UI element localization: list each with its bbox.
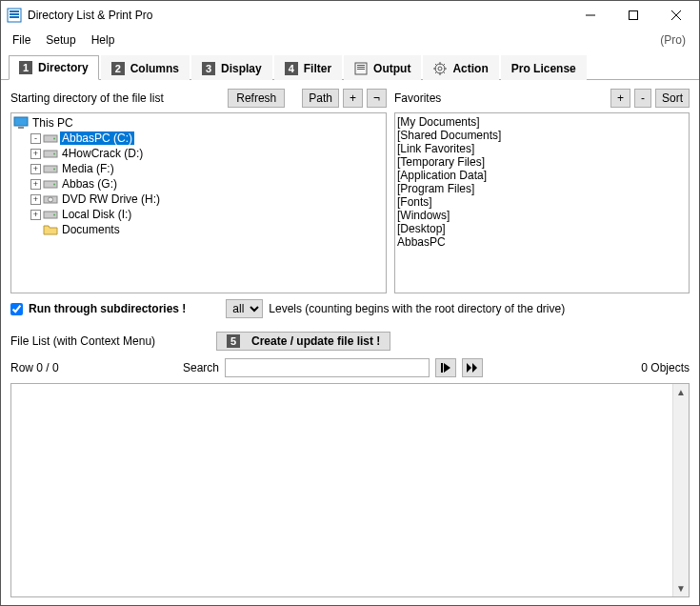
refresh-button[interactable]: Refresh [228,89,285,108]
svg-marker-30 [467,363,471,373]
svg-rect-28 [441,363,443,373]
favorite-item[interactable]: [Desktop] [397,222,687,235]
starting-dir-label: Starting directory of the file list [10,91,224,105]
pc-icon [13,116,29,130]
tree-label[interactable]: Local Disk (I:) [60,208,133,221]
tree-expander[interactable]: + [30,179,41,190]
svg-marker-31 [472,363,477,373]
tree-label[interactable]: 4HowCrack (D:) [60,147,145,160]
tree-label[interactable]: Documents [60,223,122,236]
svg-marker-29 [444,363,450,373]
levels-label: Levels (counting begins with the root di… [269,302,565,315]
tab-columns[interactable]: 2Columns [101,55,190,80]
edition-label: (Pro) [660,33,695,47]
menu-help[interactable]: Help [84,31,123,49]
tree-item[interactable]: Documents [13,222,384,237]
favorite-item[interactable]: [Fonts] [397,195,687,209]
create-update-button[interactable]: 5Create / update file list ! [216,332,390,351]
favorite-item[interactable]: [Program Files] [397,182,687,195]
tree-expander[interactable]: + [30,164,41,174]
directory-tree[interactable]: This PC-AbbasPC (C:)+4HowCrack (D:)+Medi… [10,112,387,293]
file-list-area[interactable]: ▲ ▼ [10,383,690,597]
tree-item[interactable]: -AbbasPC (C:) [13,131,384,146]
objects-count: 0 Objects [641,361,690,374]
tab-filter[interactable]: 4Filter [274,55,342,80]
levels-select[interactable]: all [226,299,263,318]
tab-action[interactable]: Action [423,55,498,80]
search-next-button[interactable] [435,358,456,377]
search-label: Search [183,361,219,374]
run-subdirs-label: Run through subdirectories ! [29,302,186,315]
svg-rect-14 [14,117,28,126]
menu-file[interactable]: File [5,31,38,49]
svg-point-17 [53,138,55,140]
svg-rect-5 [629,11,637,20]
maximize-button[interactable] [611,2,654,29]
tree-label[interactable]: DVD RW Drive (H:) [60,192,162,206]
close-button[interactable] [654,2,697,29]
tab-output[interactable]: Output [344,55,421,80]
tab-display[interactable]: 3Display [191,55,272,80]
menu-setup[interactable]: Setup [38,31,83,49]
minimize-button[interactable] [569,2,611,29]
tab-bar: 1Directory 2Columns 3Display 4Filter Out… [1,54,699,80]
svg-rect-9 [357,65,365,66]
path-button[interactable]: Path [302,89,339,108]
svg-rect-10 [357,67,365,68]
tree-item[interactable]: This PC [13,115,384,131]
favorite-item[interactable]: [Link Favorites] [397,142,687,155]
favorite-item[interactable]: AbbasPC [397,235,687,249]
tree-item[interactable]: +DVD RW Drive (H:) [13,192,384,207]
tree-label[interactable]: Media (F:) [60,162,116,175]
fav-minus-button[interactable]: - [634,89,651,108]
tree-expander[interactable]: + [30,210,41,220]
favorite-item[interactable]: [Windows] [397,209,687,222]
search-input[interactable] [225,358,430,377]
tree-item[interactable]: +4HowCrack (D:) [13,146,384,161]
output-icon [354,62,368,75]
favorites-list[interactable]: [My Documents][Shared Documents][Link Fa… [394,112,690,293]
scroll-down-icon[interactable]: ▼ [673,580,689,596]
filelist-label: File List (with Context Menu) [10,334,210,348]
svg-point-19 [53,153,55,155]
tree-expander[interactable]: - [30,133,41,144]
svg-point-25 [49,197,53,202]
tree-label[interactable]: AbbasPC (C:) [60,131,134,145]
tab-directory[interactable]: 1Directory [9,55,99,80]
fav-plus-button[interactable]: + [610,89,630,108]
drive-icon [43,162,58,175]
favorite-item[interactable]: [Application Data] [397,169,687,182]
tab-license[interactable]: Pro License [501,55,587,80]
svg-rect-1 [10,10,19,12]
fav-sort-button[interactable]: Sort [655,89,690,108]
favorite-item[interactable]: [Temporary Files] [397,155,687,169]
disc-icon [43,192,58,206]
vertical-scrollbar[interactable]: ▲ ▼ [672,384,689,596]
drive-icon [43,177,58,191]
menu-bar: File Setup Help (Pro) [1,30,699,50]
favorite-item[interactable]: [Shared Documents] [397,129,687,142]
tree-item[interactable]: +Abbas (G:) [13,176,384,192]
svg-point-27 [53,214,55,216]
tree-label[interactable]: This PC [30,116,75,130]
scroll-up-icon[interactable]: ▲ [673,384,689,400]
favorites-label: Favorites [394,91,607,105]
folder-icon [43,223,58,236]
run-subdirs-checkbox[interactable] [10,303,23,315]
svg-point-21 [53,169,55,171]
tree-label[interactable]: Abbas (G:) [60,177,119,191]
favorite-item[interactable]: [My Documents] [397,115,687,129]
svg-rect-2 [10,13,19,15]
tree-expander[interactable]: + [30,194,41,205]
path-plus-button[interactable]: + [343,89,363,108]
search-all-button[interactable] [462,358,483,377]
window-title: Directory List & Print Pro [28,9,569,22]
tree-expander[interactable]: + [30,149,41,159]
tree-item[interactable]: +Media (F:) [13,161,384,176]
path-neg-button[interactable]: ¬ [367,89,387,108]
svg-rect-15 [18,127,24,129]
drive-icon [43,208,58,221]
svg-rect-11 [357,69,365,70]
svg-point-23 [53,184,55,186]
tree-item[interactable]: +Local Disk (I:) [13,207,384,222]
